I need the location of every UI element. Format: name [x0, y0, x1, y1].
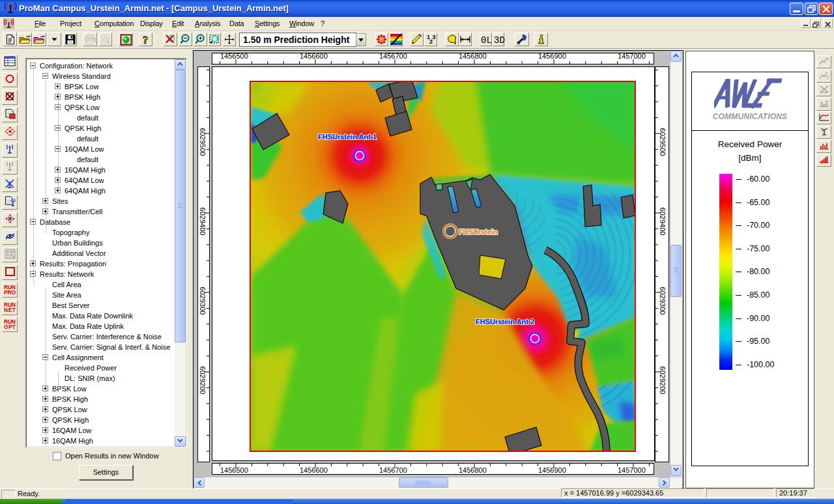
- svg-text:NET: NET: [4, 307, 16, 313]
- svg-text:?: ?: [143, 34, 149, 46]
- svg-text:FHSUrstein Ant 1: FHSUrstein Ant 1: [318, 133, 377, 141]
- svg-text:FHSUrstein: FHSUrstein: [459, 228, 498, 236]
- svg-text:?: ?: [826, 74, 829, 80]
- svg-text:FHSUrstein Ant 2: FHSUrstein Ant 2: [476, 318, 534, 326]
- svg-text:0L: 0L: [481, 35, 492, 45]
- svg-text:3: 3: [432, 34, 435, 40]
- svg-text:3D: 3D: [494, 35, 505, 45]
- svg-text:OPT: OPT: [4, 324, 16, 330]
- svg-text:PRO: PRO: [4, 289, 16, 296]
